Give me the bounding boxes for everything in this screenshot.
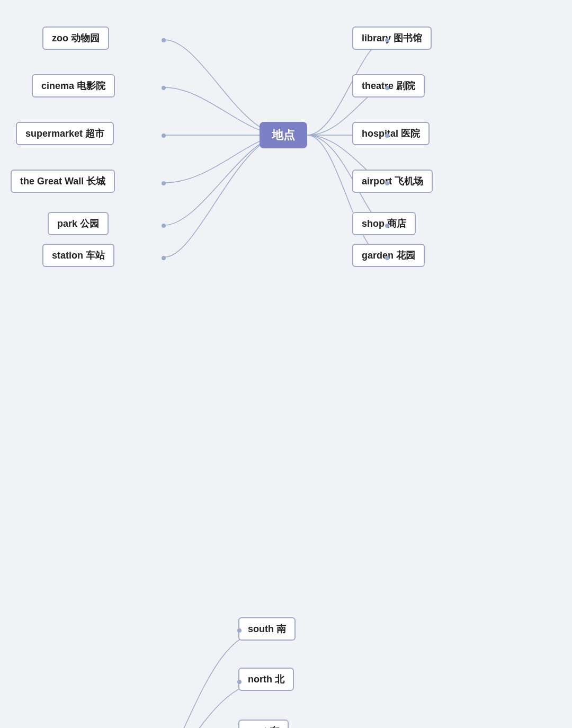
node-hospital: hospital 医院: [352, 122, 430, 145]
dot-station: [162, 256, 166, 260]
dot-supermarket: [162, 134, 166, 138]
dot-zoo: [162, 38, 166, 42]
places-mindmap: 地点 zoo 动物园 cinema 电影院 supermarket 超市 the…: [0, 0, 572, 281]
node-airport: airport 飞机场: [352, 170, 433, 193]
node-library: library 图书馆: [352, 26, 432, 50]
node-station: station 车站: [42, 244, 114, 267]
node-shop: shop 商店: [352, 212, 416, 235]
directions-connections: [0, 281, 572, 728]
node-park: park 公园: [48, 212, 109, 235]
center-node-places: 地点: [260, 122, 307, 148]
node-south: south 南: [238, 617, 296, 641]
dot-park: [162, 224, 166, 228]
node-cinema: cinema 电影院: [32, 74, 115, 97]
dot-south: [237, 628, 242, 633]
dot-airport: [385, 181, 389, 185]
dot-garden: [385, 256, 389, 260]
center-label-places: 地点: [272, 127, 295, 143]
dot-hospital: [385, 134, 389, 138]
node-zoo: zoo 动物园: [42, 26, 109, 50]
dot-library: [385, 38, 389, 42]
node-garden: garden 花园: [352, 244, 425, 267]
node-east: east 东: [238, 720, 289, 728]
dot-great-wall: [162, 181, 166, 185]
dot-cinema: [162, 86, 166, 90]
node-north: north 北: [238, 668, 294, 691]
node-great-wall: the Great Wall 长城: [11, 170, 115, 193]
directions-mindmap: 方位 south 南 north 北 east 东 west 西 left 左边…: [0, 281, 572, 728]
dot-theatre: [385, 86, 389, 90]
dot-shop: [385, 224, 389, 228]
dot-north: [237, 680, 242, 684]
node-supermarket: supermarket 超市: [16, 122, 114, 145]
